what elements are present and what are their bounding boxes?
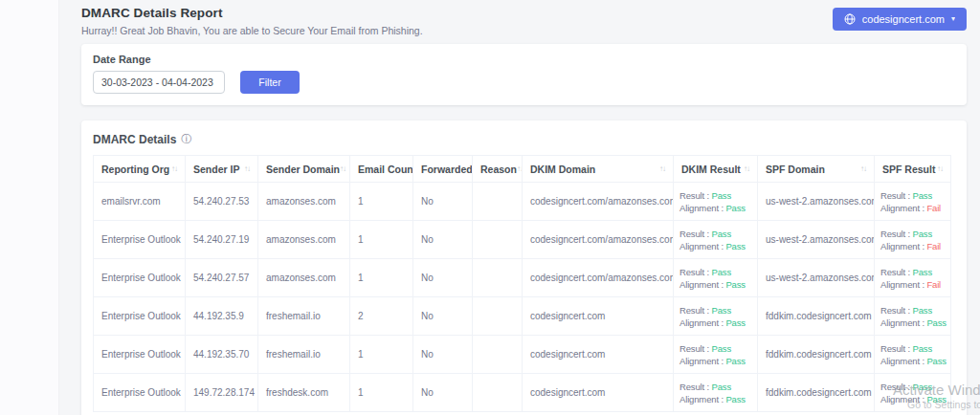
column-label: Sender IP [193,164,239,175]
cell-dkim-result: Result : PassAlignment : Pass [674,183,758,221]
column-label: SPF Result [882,164,935,175]
cell-email-count: 1 [350,336,413,374]
column-header-spf-domain[interactable]: SPF Domain↑↓ [758,156,875,183]
cell-email-count: 2 [350,297,413,336]
cell-dkim-result: Result : PassAlignment : Pass [674,336,758,374]
column-label: Email Count [358,164,413,175]
cell-sender-domain: amazonses.com [258,259,350,297]
cell-email-count: 1 [350,221,413,259]
column-label: DKIM Domain [530,164,595,175]
cell-spf-domain: fddkim.codesigncert.com [758,297,875,336]
sort-icon: ↑↓ [244,164,250,173]
cell-dkim-result: Result : PassAlignment : Pass [674,374,758,412]
cell-sender-domain: freshdesk.com [258,374,350,412]
cell-spf-domain: us-west-2.amazonses.com [758,221,875,259]
cell-sender-domain: freshemail.io [258,297,350,336]
cell-dkim-result: Result : PassAlignment : Pass [674,297,758,336]
column-header-email-count[interactable]: Email Count↑↓ [350,156,413,183]
date-range-input[interactable] [93,71,225,94]
globe-icon [844,13,856,25]
cell-sender-domain: amazonses.com [258,221,350,259]
cell-spf-result: Result : PassAlignment : Pass [875,374,951,412]
cell-reporting-org: emailsrvr.com [94,183,186,221]
domain-selector-button[interactable]: codesigncert.com ▾ [833,8,967,31]
cell-dkim-domain: codesigncert.com [523,297,674,336]
column-label: Sender Domain [266,164,340,175]
table-row: Enterprise Outlook54.240.27.19amazonses.… [94,221,951,259]
cell-dkim-result: Result : PassAlignment : Pass [674,221,758,259]
column-header-dkim-result[interactable]: DKIM Result↑↓ [674,156,758,183]
cell-reason [473,374,523,412]
table-row: Enterprise Outlook149.72.28.174freshdesk… [94,374,951,412]
column-header-reporting-org[interactable]: Reporting Org↑↓ [94,156,186,183]
chevron-down-icon: ▾ [951,15,955,23]
cell-forwarded: No [413,183,473,221]
table-card-title: DMARC Details ⓘ [93,132,955,146]
page-subtitle: Hurray!! Great Job Bhavin, You are able … [81,25,423,36]
column-header-sender-ip[interactable]: Sender IP↑↓ [186,156,258,183]
sort-icon: ↑↓ [340,164,345,173]
cell-spf-result: Result : PassAlignment : Fail [875,183,951,221]
cell-spf-domain: fddkim.codesigncert.com [758,336,875,374]
cell-reason [473,221,523,259]
cell-reason [473,297,523,336]
page-header-titles: DMARC Details Report Hurray!! Great Job … [81,6,423,36]
sort-icon: ↑↓ [659,164,665,173]
column-header-dkim-domain[interactable]: DKIM Domain↑↓ [523,156,674,183]
cell-spf-result: Result : PassAlignment : Pass [875,336,951,374]
cell-forwarded: No [413,221,473,259]
cell-forwarded: No [413,336,473,374]
column-label: Forwarded [421,164,473,175]
filter-row: Filter [93,71,955,94]
cell-dkim-domain: codesigncert.com [523,336,674,374]
sort-icon: ↑↓ [860,164,866,173]
cell-forwarded: No [413,297,473,336]
column-header-forwarded[interactable]: Forwarded↑↓ [413,156,473,183]
column-label: Reason [480,164,517,175]
column-label: SPF Domain [766,164,825,175]
cell-email-count: 1 [350,374,413,412]
column-label: DKIM Result [681,164,741,175]
page-header: DMARC Details Report Hurray!! Great Job … [81,0,967,36]
table-row: Enterprise Outlook44.192.35.9freshemail.… [94,297,951,336]
cell-dkim-domain: codesigncert.com/amazonses.com [523,259,674,297]
sort-icon: ↑↓ [517,164,523,173]
cell-forwarded: No [413,374,473,412]
cell-sender-ip: 54.240.27.53 [186,183,258,221]
table-body: emailsrvr.com54.240.27.53amazonses.com1N… [94,183,951,412]
main-content: DMARC Details Report Hurray!! Great Job … [81,0,967,415]
table-row: Enterprise Outlook44.192.35.70freshemail… [94,336,951,374]
cell-sender-ip: 54.240.27.19 [186,221,258,259]
cell-dkim-domain: codesigncert.com/amazonses.com [523,221,674,259]
cell-dkim-result: Result : PassAlignment : Pass [674,259,758,297]
sort-icon: ↑↓ [744,164,749,173]
cell-spf-result: Result : PassAlignment : Fail [875,259,951,297]
cell-sender-ip: 149.72.28.174 [186,374,258,412]
cell-reporting-org: Enterprise Outlook [94,297,186,336]
sidebar-edge [0,0,59,415]
cell-reason [473,183,523,221]
cell-dkim-domain: codesigncert.com/amazonses.com [523,183,674,221]
column-header-sender-domain[interactable]: Sender Domain↑↓ [258,156,350,183]
table-row: emailsrvr.com54.240.27.53amazonses.com1N… [94,183,951,221]
cell-spf-result: Result : PassAlignment : Pass [875,297,951,336]
filter-card: Date Range Filter [81,44,967,105]
sort-icon: ↑↓ [171,164,177,173]
table-row: Enterprise Outlook54.240.27.57amazonses.… [94,259,951,297]
cell-email-count: 1 [350,259,413,297]
page-title: DMARC Details Report [81,6,423,20]
column-header-reason[interactable]: Reason↑↓ [473,156,523,183]
filter-button[interactable]: Filter [240,71,300,94]
sort-icon: ↑↓ [937,164,943,173]
cell-spf-result: Result : PassAlignment : Fail [875,221,951,259]
cell-sender-ip: 44.192.35.70 [186,336,258,374]
cell-sender-ip: 54.240.27.57 [186,259,258,297]
info-icon[interactable]: ⓘ [181,132,191,146]
cell-spf-domain: us-west-2.amazonses.com [758,259,875,297]
cell-sender-ip: 44.192.35.9 [186,297,258,336]
table-header-row: Reporting Org↑↓Sender IP↑↓Sender Domain↑… [94,156,951,183]
domain-selector-label: codesigncert.com [862,13,945,25]
column-header-spf-result[interactable]: SPF Result↑↓ [875,156,951,183]
cell-spf-domain: fddkim.codesigncert.com [758,374,875,412]
cell-reason [473,336,523,374]
